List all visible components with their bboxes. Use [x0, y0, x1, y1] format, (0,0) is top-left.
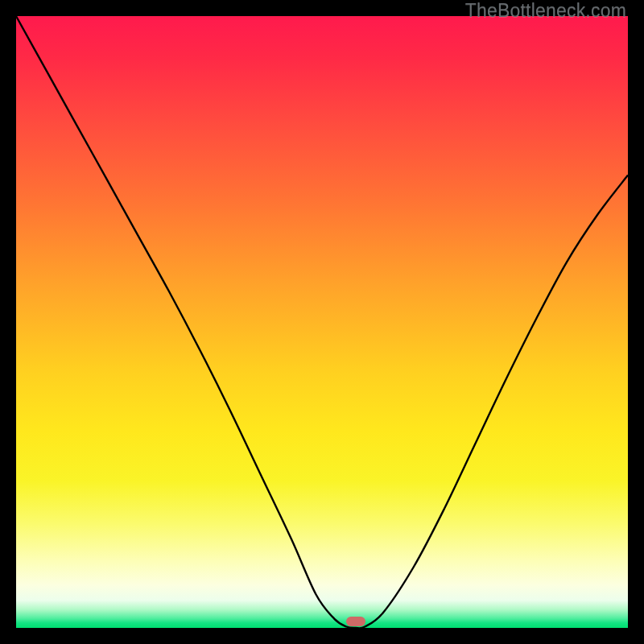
watermark-text: TheBottleneck.com: [465, 0, 626, 22]
plot-area: [16, 16, 628, 628]
chart-frame: TheBottleneck.com: [0, 0, 644, 644]
optimal-marker: [346, 617, 365, 626]
bottleneck-curve: [16, 16, 628, 628]
curve-line: [16, 16, 628, 628]
